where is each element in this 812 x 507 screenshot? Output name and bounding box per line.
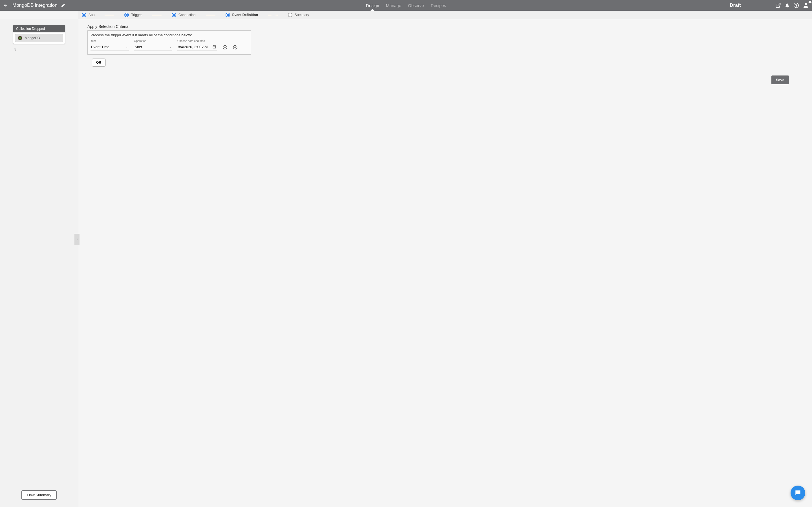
- step-label: Trigger: [131, 13, 142, 17]
- step-connection[interactable]: Connection: [172, 13, 196, 17]
- step-bullet-icon: [124, 13, 129, 17]
- criteria-row: Item Operation: [88, 38, 251, 50]
- app-header: MongoDB integration Design Manage Observ…: [0, 0, 812, 11]
- date-time-input[interactable]: [177, 44, 217, 50]
- flow-summary-button[interactable]: Flow Summary: [21, 490, 57, 500]
- step-label: Summary: [295, 13, 309, 17]
- flow-sidebar: Collection Dropped MongoDB Flow Summary: [0, 19, 79, 507]
- trigger-card-title: Collection Dropped: [13, 25, 65, 33]
- connector-chip[interactable]: MongoDB: [15, 34, 63, 42]
- svg-point-2: [805, 3, 807, 5]
- chat-icon: [794, 489, 802, 497]
- step-summary[interactable]: Summary: [288, 13, 309, 17]
- integration-title: MongoDB integration: [12, 3, 57, 8]
- step-connector: [152, 15, 161, 15]
- operation-select[interactable]: [134, 44, 172, 50]
- section-title: Apply Selection Criteria:: [87, 24, 803, 29]
- step-bullet-icon: [82, 13, 86, 17]
- warning-badge-icon: [808, 0, 812, 4]
- step-label: App: [89, 13, 94, 17]
- save-button[interactable]: Save: [771, 75, 789, 84]
- tab-design[interactable]: Design: [366, 1, 379, 10]
- date-field-label: Choose date and time: [177, 40, 217, 43]
- main-content: Apply Selection Criteria: Process the tr…: [79, 19, 812, 507]
- step-label: Connection: [179, 13, 196, 17]
- sidebar-collapse-handle[interactable]: [74, 234, 80, 245]
- item-field-label: Item: [91, 40, 129, 43]
- help-icon[interactable]: [794, 3, 799, 8]
- step-label: Event Definition: [232, 13, 258, 17]
- user-menu[interactable]: [802, 2, 809, 9]
- tab-observe[interactable]: Observe: [408, 1, 424, 10]
- step-bullet-icon: [172, 13, 176, 17]
- step-connector: [206, 15, 215, 15]
- step-connector-dotted: [268, 15, 278, 15]
- step-app[interactable]: App: [82, 13, 94, 17]
- integration-status: Draft: [730, 3, 741, 8]
- tab-manage[interactable]: Manage: [386, 1, 401, 10]
- or-button[interactable]: OR: [92, 59, 105, 66]
- open-external-icon[interactable]: [775, 3, 781, 8]
- back-arrow-icon[interactable]: [3, 3, 8, 8]
- criteria-description: Process the trigger event if it meets al…: [88, 31, 251, 38]
- wizard-stepper: App Trigger Connection Event Definition …: [79, 11, 812, 19]
- header-nav: Design Manage Observe Recipes: [366, 1, 446, 10]
- tab-recipes[interactable]: Recipes: [431, 1, 446, 10]
- step-bullet-icon: [225, 13, 230, 17]
- chevron-left-icon: [75, 238, 79, 241]
- remove-condition-icon[interactable]: [222, 45, 227, 50]
- step-event-definition[interactable]: Event Definition: [225, 13, 258, 17]
- chat-fab[interactable]: [791, 486, 805, 500]
- notifications-icon[interactable]: [784, 3, 790, 8]
- step-trigger[interactable]: Trigger: [124, 13, 142, 17]
- item-select[interactable]: [91, 44, 129, 50]
- criteria-box: Process the trigger event if it meets al…: [87, 31, 251, 55]
- add-condition-icon[interactable]: [233, 45, 238, 50]
- connector-name: MongoDB: [25, 36, 40, 40]
- mongodb-logo-icon: [17, 36, 22, 41]
- step-bullet-icon: [288, 13, 292, 17]
- step-connector: [105, 15, 114, 15]
- svg-point-1: [796, 6, 796, 7]
- expand-toggle-icon[interactable]: [13, 47, 65, 52]
- operation-field-label: Operation: [134, 40, 172, 43]
- edit-title-icon[interactable]: [60, 3, 66, 8]
- trigger-card[interactable]: Collection Dropped MongoDB: [13, 25, 65, 44]
